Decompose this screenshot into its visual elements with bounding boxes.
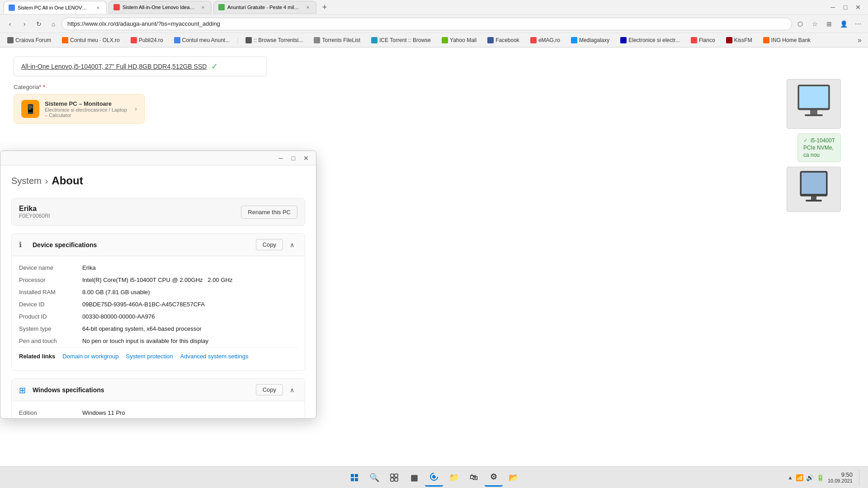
bookmark-kissfm[interactable]: KissFM — [722, 36, 756, 44]
olx-favicon — [62, 37, 68, 43]
bookmark-contul[interactable]: Contul meu Anunt... — [170, 36, 233, 44]
device-specs-copy-button[interactable]: Copy — [256, 239, 283, 250]
spec-label-device-id: Device ID — [19, 301, 82, 308]
profile-icon[interactable]: 👤 — [837, 18, 850, 30]
tray-network-icon[interactable]: 📶 — [796, 474, 803, 481]
svg-rect-10 — [351, 478, 354, 481]
kissfm-favicon — [726, 37, 732, 43]
tray-volume-icon[interactable]: 🔊 — [806, 474, 814, 481]
taskview-button[interactable] — [385, 469, 403, 487]
browser-close-btn[interactable]: ✕ — [852, 1, 864, 14]
window-close-btn[interactable]: ✕ — [300, 152, 312, 164]
tab-1[interactable]: Sistem PC All in One LENOVO lo... × — [4, 1, 107, 14]
pc-name-card: Erika F0EY0060RI Rename this PC — [11, 198, 305, 226]
spec-row-product-id: Product ID 00330-80000-00000-AA976 — [19, 310, 297, 323]
related-links-label: Related links — [19, 353, 55, 360]
window-maximize-btn[interactable]: □ — [287, 152, 300, 164]
spec-row-ram: Installed RAM 8.00 GB (7.81 GB usable) — [19, 286, 297, 298]
explorer-button[interactable]: 📁 — [445, 469, 463, 487]
device-specs-header-left: ℹ Device specifications — [19, 240, 97, 249]
forward-button[interactable]: › — [18, 18, 31, 30]
related-link-domain[interactable]: Domain or workgroup — [62, 353, 118, 360]
refresh-button[interactable]: ↻ — [33, 18, 45, 30]
spec-value-device-id: 09BDE75D-9395-460A-B1BC-A45C78E57CFA — [82, 301, 297, 308]
back-button[interactable]: ‹ — [4, 18, 16, 30]
bookmark-facebook[interactable]: Facebook — [484, 36, 523, 44]
nav-bar: ‹ › ↻ ⌂ https://www.olx.ro/d/adauga-anun… — [0, 14, 868, 33]
category-card[interactable]: 📱 Sisteme PC – Monitoare Electronice si … — [14, 94, 145, 124]
torrents-favicon — [245, 37, 252, 43]
windows-specs-copy-button[interactable]: Copy — [256, 384, 283, 395]
start-button[interactable] — [345, 469, 363, 487]
taskbar: 🔍 ▦ 📁 🛍 ⚙ 📂 ▲ 📶 🔊 🔋 — [0, 466, 868, 488]
bookmark-publi24[interactable]: Publi24.ro — [127, 36, 167, 44]
window-minimize-btn[interactable]: ─ — [274, 152, 287, 164]
tab2-favicon — [113, 4, 120, 10]
tab1-title: Sistem PC All in One LENOVO lo... — [18, 5, 90, 10]
files-button[interactable]: 📂 — [505, 469, 523, 487]
collections-icon[interactable]: ⊞ — [823, 18, 835, 30]
spec-row-system-type: System type 64-bit operating system, x64… — [19, 323, 297, 335]
tab2-close[interactable]: × — [199, 4, 207, 11]
settings-dots-icon[interactable]: ⋯ — [852, 18, 864, 30]
spec-value-ram: 8.00 GB (7.81 GB usable) — [82, 289, 297, 296]
ice-favicon — [371, 37, 377, 43]
bookmark-mediagalaxy[interactable]: Mediagalaxy — [567, 36, 613, 44]
spec-row-device-name: Device name Erika — [19, 262, 297, 274]
bookmark-filelist[interactable]: Torrents FileList — [310, 36, 364, 44]
bookmark-torrents[interactable]: :: Browse Torrentsi... — [242, 36, 307, 44]
tray-battery-icon[interactable]: 🔋 — [816, 474, 824, 481]
spec-value-pen-touch: No pen or touch input is available for t… — [82, 338, 297, 344]
spec-value-processor: Intel(R) Core(TM) i5-10400T CPU @ 2.00GH… — [82, 277, 297, 283]
related-link-protection[interactable]: System protection — [126, 353, 173, 360]
bookmark-electronice[interactable]: Electronice si electr... — [617, 36, 683, 44]
filelist-favicon — [314, 37, 320, 43]
svg-rect-12 — [391, 474, 394, 477]
clock[interactable]: 9:50 10.09.2021 — [828, 471, 853, 483]
breadcrumb-about: About — [52, 174, 83, 187]
tab3-close[interactable]: × — [304, 4, 311, 11]
device-specs-collapse-btn[interactable]: ∧ — [287, 239, 297, 250]
windows-specs-header-left: ⊞ Windows specifications — [19, 385, 104, 394]
address-bar[interactable]: https://www.olx.ro/d/adauga-anunt/?bs=my… — [61, 18, 792, 30]
device-specs-title: Device specifications — [33, 241, 97, 249]
badge-text-1: i5-10400T — [811, 137, 835, 144]
home-button[interactable]: ⌂ — [47, 18, 60, 30]
bookmarks-more-btn[interactable]: » — [855, 35, 864, 45]
pc-name-info: Erika F0EY0060RI — [19, 205, 50, 219]
bookmark-craiova[interactable]: Craiova Forum — [4, 36, 55, 44]
store-button[interactable]: 🛍 — [465, 469, 483, 487]
bookmark-olx[interactable]: Contul meu · OLX.ro — [58, 36, 123, 44]
breadcrumb-separator: › — [45, 176, 48, 186]
spec-row-pen-touch: Pen and touch No pen or touch input is a… — [19, 335, 297, 347]
search-button[interactable]: 🔍 — [365, 469, 383, 487]
edge-button[interactable] — [425, 469, 443, 487]
browser-maximize-btn[interactable]: □ — [839, 1, 852, 14]
rename-pc-button[interactable]: Rename this PC — [241, 206, 297, 219]
browser-minimize-btn[interactable]: ─ — [826, 1, 839, 14]
tab-2[interactable]: Sistem All-in-One Lenovo IdeaC... × — [108, 1, 212, 14]
bookmark-yahoo[interactable]: Yahoo Mail — [438, 36, 480, 44]
widgets-button[interactable]: ▦ — [405, 469, 423, 487]
extensions-icon[interactable]: ⬡ — [794, 18, 807, 30]
clock-date: 10.09.2021 — [828, 478, 853, 483]
related-link-advanced[interactable]: Advanced system settings — [180, 353, 249, 360]
bookmark-flanco[interactable]: Flanco — [687, 36, 719, 44]
breadcrumb-system[interactable]: System — [11, 176, 42, 186]
listing-check-icon: ✓ — [211, 61, 218, 71]
bookmarks-bar: Craiova Forum Contul meu · OLX.ro Publi2… — [0, 33, 868, 47]
show-desktop-btn[interactable] — [859, 469, 861, 486]
windows-specs-collapse-btn[interactable]: ∧ — [287, 385, 297, 395]
bookmark-ing[interactable]: ING Home Bank — [760, 36, 814, 44]
product-image-front — [787, 79, 841, 129]
new-tab-button[interactable]: + — [318, 1, 331, 14]
tab1-close[interactable]: × — [94, 4, 102, 11]
settings-button[interactable]: ⚙ — [485, 469, 503, 487]
tray-expand-icon[interactable]: ▲ — [788, 474, 793, 481]
tab-3[interactable]: Anunturi Gratuite - Peste 4 milio... × — [213, 1, 316, 14]
favorites-icon[interactable]: ☆ — [808, 18, 821, 30]
bookmark-emag[interactable]: eMAG.ro — [527, 36, 564, 44]
svg-rect-11 — [355, 478, 358, 481]
bookmark-ice[interactable]: ICE Torrent :: Browse — [368, 36, 434, 44]
listing-title: All-in-One Lenovo,i5-10400T, 27" Full HD… — [21, 63, 207, 70]
